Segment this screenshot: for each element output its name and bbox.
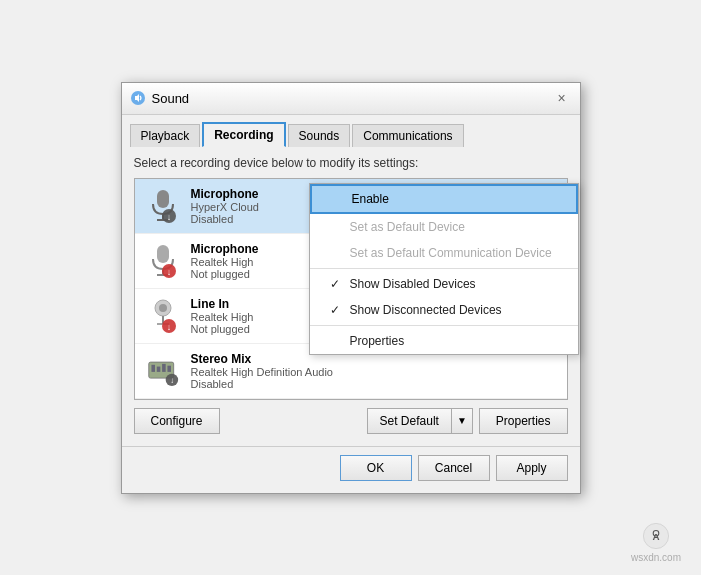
sound-icon bbox=[130, 90, 146, 106]
cancel-button[interactable]: Cancel bbox=[418, 455, 490, 481]
watermark-text: wsxdn.com bbox=[631, 552, 681, 563]
device-status-hyperx: Disabled bbox=[191, 213, 259, 225]
ok-cancel-bar: OK Cancel Apply bbox=[122, 446, 580, 493]
description-text: Select a recording device below to modif… bbox=[134, 156, 568, 170]
svg-text:↓: ↓ bbox=[166, 322, 171, 332]
svg-rect-21 bbox=[167, 365, 171, 371]
device-info-stereomix: Stereo Mix Realtek High Definition Audio… bbox=[191, 352, 333, 390]
device-name-hyperx: Microphone bbox=[191, 187, 259, 201]
device-name-linein: Line In bbox=[191, 297, 254, 311]
device-brand-realtek-mic: Realtek High bbox=[191, 256, 259, 268]
svg-rect-18 bbox=[151, 364, 155, 371]
device-name-realtek-mic: Microphone bbox=[191, 242, 259, 256]
device-brand-stereomix: Realtek High Definition Audio bbox=[191, 366, 333, 378]
linein-icon: ↓ bbox=[147, 298, 179, 334]
device-icon-stereomix: ↓ bbox=[145, 353, 181, 389]
mic-icon-hyperx: ↓ bbox=[147, 188, 179, 224]
context-menu-sep1 bbox=[310, 268, 578, 269]
sound-dialog: Sound × Playback Recording Sounds Commun… bbox=[121, 82, 581, 494]
device-info-linein: Line In Realtek High Not plugged bbox=[191, 297, 254, 335]
device-status-linein: Not plugged bbox=[191, 323, 254, 335]
context-menu: Enable Set as Default Device Set as Defa… bbox=[309, 183, 579, 355]
context-menu-show-disconnected-label: Show Disconnected Devices bbox=[350, 303, 502, 317]
set-default-button[interactable]: Set Default bbox=[367, 408, 451, 434]
device-icon-hyperx: ↓ bbox=[145, 188, 181, 224]
context-menu-enable[interactable]: Enable bbox=[310, 184, 578, 214]
set-default-arrow[interactable]: ▼ bbox=[451, 408, 473, 434]
properties-button[interactable]: Properties bbox=[479, 408, 568, 434]
window-title: Sound bbox=[152, 91, 190, 106]
svg-text:↓: ↓ bbox=[166, 267, 171, 277]
device-list: ↓ Microphone HyperX Cloud Disabled bbox=[134, 178, 568, 400]
device-info-hyperx: Microphone HyperX Cloud Disabled bbox=[191, 187, 259, 225]
set-default-split: Set Default ▼ bbox=[367, 408, 473, 434]
context-menu-show-disabled-label: Show Disabled Devices bbox=[350, 277, 476, 291]
svg-rect-1 bbox=[157, 190, 169, 208]
watermark: A wsxdn.com bbox=[631, 522, 681, 563]
device-status-stereomix: Disabled bbox=[191, 378, 333, 390]
apply-button[interactable]: Apply bbox=[496, 455, 568, 481]
checkmark-show-disconnected: ✓ bbox=[330, 303, 344, 317]
device-brand-linein: Realtek High bbox=[191, 311, 254, 323]
svg-rect-6 bbox=[157, 245, 169, 263]
device-status-realtek-mic: Not plugged bbox=[191, 268, 259, 280]
tab-communications[interactable]: Communications bbox=[352, 124, 463, 147]
device-icon-realtek-mic: ↓ bbox=[145, 243, 181, 279]
context-menu-set-comm-label: Set as Default Communication Device bbox=[350, 246, 552, 260]
content-area: Select a recording device below to modif… bbox=[122, 146, 580, 446]
device-icon-linein: ↓ bbox=[145, 298, 181, 334]
tabs-bar: Playback Recording Sounds Communications bbox=[122, 115, 580, 146]
device-info-realtek-mic: Microphone Realtek High Not plugged bbox=[191, 242, 259, 280]
context-menu-set-default-label: Set as Default Device bbox=[350, 220, 465, 234]
context-menu-properties[interactable]: Properties bbox=[310, 328, 578, 354]
svg-rect-19 bbox=[156, 366, 160, 371]
svg-rect-20 bbox=[162, 363, 166, 371]
context-menu-sep2 bbox=[310, 325, 578, 326]
device-brand-hyperx: HyperX Cloud bbox=[191, 201, 259, 213]
title-bar-left: Sound bbox=[130, 90, 190, 106]
checkmark-show-disabled: ✓ bbox=[330, 277, 344, 291]
svg-text:↓: ↓ bbox=[166, 212, 171, 222]
bottom-left-buttons: Configure bbox=[134, 408, 220, 434]
context-menu-enable-label: Enable bbox=[352, 192, 389, 206]
ok-button[interactable]: OK bbox=[340, 455, 412, 481]
appuals-logo: A bbox=[642, 522, 670, 550]
tab-playback[interactable]: Playback bbox=[130, 124, 201, 147]
tab-sounds[interactable]: Sounds bbox=[288, 124, 351, 147]
context-menu-set-default: Set as Default Device bbox=[310, 214, 578, 240]
title-bar: Sound × bbox=[122, 83, 580, 115]
mic-icon-realtek: ↓ bbox=[147, 243, 179, 279]
configure-button[interactable]: Configure bbox=[134, 408, 220, 434]
context-menu-properties-label: Properties bbox=[350, 334, 405, 348]
board-icon: ↓ bbox=[147, 353, 179, 389]
close-button[interactable]: × bbox=[552, 88, 572, 108]
tab-recording[interactable]: Recording bbox=[202, 122, 285, 147]
context-menu-show-disabled[interactable]: ✓ Show Disabled Devices bbox=[310, 271, 578, 297]
context-menu-set-comm: Set as Default Communication Device bbox=[310, 240, 578, 266]
svg-text:↓: ↓ bbox=[169, 376, 173, 385]
context-menu-show-disconnected[interactable]: ✓ Show Disconnected Devices bbox=[310, 297, 578, 323]
bottom-right-buttons: Set Default ▼ Properties bbox=[367, 408, 568, 434]
svg-point-12 bbox=[159, 304, 167, 312]
device-buttons-bar: Configure Set Default ▼ Properties bbox=[134, 400, 568, 438]
